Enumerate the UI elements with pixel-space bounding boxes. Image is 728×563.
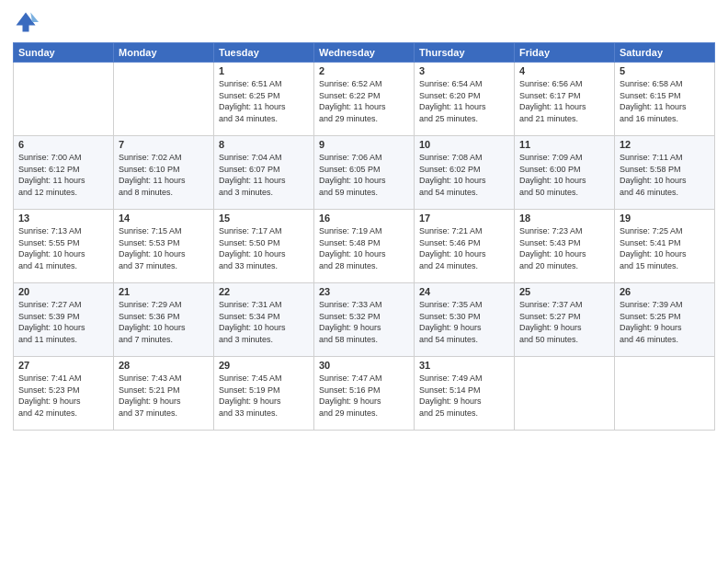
- cell-info: Sunrise: 6:56 AM Sunset: 6:17 PM Dayligh…: [519, 78, 609, 124]
- day-number: 29: [219, 360, 309, 371]
- cell-info: Sunrise: 7:37 AM Sunset: 5:27 PM Dayligh…: [519, 299, 609, 345]
- day-number: 3: [419, 65, 509, 76]
- week-row-2: 6Sunrise: 7:00 AM Sunset: 6:12 PM Daylig…: [14, 136, 715, 210]
- day-number: 8: [219, 139, 309, 150]
- cell-info: Sunrise: 7:23 AM Sunset: 5:43 PM Dayligh…: [519, 225, 609, 271]
- calendar-cell: 27Sunrise: 7:41 AM Sunset: 5:23 PM Dayli…: [14, 357, 114, 431]
- day-number: 4: [519, 65, 609, 76]
- day-number: 20: [18, 286, 108, 297]
- cell-info: Sunrise: 7:35 AM Sunset: 5:30 PM Dayligh…: [419, 299, 509, 345]
- calendar-cell: 29Sunrise: 7:45 AM Sunset: 5:19 PM Dayli…: [214, 357, 314, 431]
- week-row-5: 27Sunrise: 7:41 AM Sunset: 5:23 PM Dayli…: [14, 357, 715, 431]
- cell-info: Sunrise: 7:19 AM Sunset: 5:48 PM Dayligh…: [319, 225, 409, 271]
- calendar-cell: [615, 357, 715, 431]
- day-number: 10: [419, 139, 509, 150]
- calendar-cell: 2Sunrise: 6:52 AM Sunset: 6:22 PM Daylig…: [314, 63, 415, 136]
- calendar-cell: [515, 357, 615, 431]
- calendar-cell: 3Sunrise: 6:54 AM Sunset: 6:20 PM Daylig…: [415, 63, 515, 136]
- day-number: 21: [119, 286, 209, 297]
- day-number: 2: [319, 65, 409, 76]
- calendar-cell: 5Sunrise: 6:58 AM Sunset: 6:15 PM Daylig…: [615, 63, 715, 136]
- day-number: 13: [18, 213, 108, 224]
- cell-info: Sunrise: 6:54 AM Sunset: 6:20 PM Dayligh…: [419, 78, 509, 124]
- header: [13, 9, 715, 35]
- calendar-cell: 4Sunrise: 6:56 AM Sunset: 6:17 PM Daylig…: [515, 63, 615, 136]
- calendar-cell: 6Sunrise: 7:00 AM Sunset: 6:12 PM Daylig…: [14, 136, 114, 210]
- cell-info: Sunrise: 7:49 AM Sunset: 5:14 PM Dayligh…: [419, 373, 509, 419]
- cell-info: Sunrise: 7:39 AM Sunset: 5:25 PM Dayligh…: [620, 299, 710, 345]
- cell-info: Sunrise: 6:51 AM Sunset: 6:25 PM Dayligh…: [219, 78, 309, 124]
- calendar-cell: 13Sunrise: 7:13 AM Sunset: 5:55 PM Dayli…: [14, 210, 114, 283]
- cell-info: Sunrise: 7:00 AM Sunset: 6:12 PM Dayligh…: [18, 152, 108, 198]
- cell-info: Sunrise: 7:45 AM Sunset: 5:19 PM Dayligh…: [219, 373, 309, 419]
- cell-info: Sunrise: 7:13 AM Sunset: 5:55 PM Dayligh…: [18, 225, 108, 271]
- logo: [13, 9, 42, 35]
- day-number: 28: [119, 360, 209, 371]
- cell-info: Sunrise: 7:02 AM Sunset: 6:10 PM Dayligh…: [119, 152, 209, 198]
- calendar-cell: 26Sunrise: 7:39 AM Sunset: 5:25 PM Dayli…: [615, 283, 715, 357]
- day-number: 17: [419, 213, 509, 224]
- calendar-cell: [114, 63, 214, 136]
- page: SundayMondayTuesdayWednesdayThursdayFrid…: [0, 0, 728, 563]
- cell-info: Sunrise: 7:33 AM Sunset: 5:32 PM Dayligh…: [319, 299, 409, 345]
- day-number: 6: [18, 139, 108, 150]
- calendar-cell: 23Sunrise: 7:33 AM Sunset: 5:32 PM Dayli…: [314, 283, 415, 357]
- day-number: 31: [419, 360, 509, 371]
- cell-info: Sunrise: 7:11 AM Sunset: 5:58 PM Dayligh…: [620, 152, 710, 198]
- day-header-wednesday: Wednesday: [314, 43, 415, 63]
- calendar-cell: 14Sunrise: 7:15 AM Sunset: 5:53 PM Dayli…: [114, 210, 214, 283]
- calendar-cell: 1Sunrise: 6:51 AM Sunset: 6:25 PM Daylig…: [214, 63, 314, 136]
- cell-info: Sunrise: 7:27 AM Sunset: 5:39 PM Dayligh…: [18, 299, 108, 345]
- calendar-cell: 22Sunrise: 7:31 AM Sunset: 5:34 PM Dayli…: [214, 283, 314, 357]
- calendar-cell: 28Sunrise: 7:43 AM Sunset: 5:21 PM Dayli…: [114, 357, 214, 431]
- day-header-sunday: Sunday: [14, 43, 114, 63]
- calendar-cell: 10Sunrise: 7:08 AM Sunset: 6:02 PM Dayli…: [415, 136, 515, 210]
- calendar-cell: 7Sunrise: 7:02 AM Sunset: 6:10 PM Daylig…: [114, 136, 214, 210]
- cell-info: Sunrise: 7:21 AM Sunset: 5:46 PM Dayligh…: [419, 225, 509, 271]
- cell-info: Sunrise: 7:43 AM Sunset: 5:21 PM Dayligh…: [119, 373, 209, 419]
- day-number: 27: [18, 360, 108, 371]
- calendar: SundayMondayTuesdayWednesdayThursdayFrid…: [13, 42, 715, 431]
- calendar-cell: 17Sunrise: 7:21 AM Sunset: 5:46 PM Dayli…: [415, 210, 515, 283]
- cell-info: Sunrise: 7:09 AM Sunset: 6:00 PM Dayligh…: [519, 152, 609, 198]
- cell-info: Sunrise: 7:08 AM Sunset: 6:02 PM Dayligh…: [419, 152, 509, 198]
- week-row-1: 1Sunrise: 6:51 AM Sunset: 6:25 PM Daylig…: [14, 63, 715, 136]
- calendar-cell: 25Sunrise: 7:37 AM Sunset: 5:27 PM Dayli…: [515, 283, 615, 357]
- calendar-cell: 11Sunrise: 7:09 AM Sunset: 6:00 PM Dayli…: [515, 136, 615, 210]
- day-number: 30: [319, 360, 409, 371]
- calendar-header-row: SundayMondayTuesdayWednesdayThursdayFrid…: [14, 43, 715, 63]
- cell-info: Sunrise: 7:29 AM Sunset: 5:36 PM Dayligh…: [119, 299, 209, 345]
- day-number: 11: [519, 139, 609, 150]
- cell-info: Sunrise: 7:17 AM Sunset: 5:50 PM Dayligh…: [219, 225, 309, 271]
- day-number: 25: [519, 286, 609, 297]
- calendar-cell: [14, 63, 114, 136]
- cell-info: Sunrise: 7:41 AM Sunset: 5:23 PM Dayligh…: [18, 373, 108, 419]
- day-number: 14: [119, 213, 209, 224]
- cell-info: Sunrise: 7:25 AM Sunset: 5:41 PM Dayligh…: [620, 225, 710, 271]
- day-header-friday: Friday: [515, 43, 615, 63]
- calendar-cell: 12Sunrise: 7:11 AM Sunset: 5:58 PM Dayli…: [615, 136, 715, 210]
- cell-info: Sunrise: 7:31 AM Sunset: 5:34 PM Dayligh…: [219, 299, 309, 345]
- day-number: 22: [219, 286, 309, 297]
- calendar-cell: 20Sunrise: 7:27 AM Sunset: 5:39 PM Dayli…: [14, 283, 114, 357]
- calendar-cell: 21Sunrise: 7:29 AM Sunset: 5:36 PM Dayli…: [114, 283, 214, 357]
- calendar-cell: 15Sunrise: 7:17 AM Sunset: 5:50 PM Dayli…: [214, 210, 314, 283]
- calendar-cell: 30Sunrise: 7:47 AM Sunset: 5:16 PM Dayli…: [314, 357, 415, 431]
- cell-info: Sunrise: 7:04 AM Sunset: 6:07 PM Dayligh…: [219, 152, 309, 198]
- calendar-cell: 8Sunrise: 7:04 AM Sunset: 6:07 PM Daylig…: [214, 136, 314, 210]
- day-number: 5: [620, 65, 710, 76]
- day-number: 23: [319, 286, 409, 297]
- calendar-cell: 24Sunrise: 7:35 AM Sunset: 5:30 PM Dayli…: [415, 283, 515, 357]
- cell-info: Sunrise: 6:58 AM Sunset: 6:15 PM Dayligh…: [620, 78, 710, 124]
- week-row-4: 20Sunrise: 7:27 AM Sunset: 5:39 PM Dayli…: [14, 283, 715, 357]
- cell-info: Sunrise: 7:06 AM Sunset: 6:05 PM Dayligh…: [319, 152, 409, 198]
- day-number: 12: [620, 139, 710, 150]
- day-number: 19: [620, 213, 710, 224]
- calendar-cell: 31Sunrise: 7:49 AM Sunset: 5:14 PM Dayli…: [415, 357, 515, 431]
- day-number: 15: [219, 213, 309, 224]
- day-number: 1: [219, 65, 309, 76]
- calendar-cell: 16Sunrise: 7:19 AM Sunset: 5:48 PM Dayli…: [314, 210, 415, 283]
- day-number: 16: [319, 213, 409, 224]
- logo-icon: [13, 9, 39, 35]
- calendar-cell: 18Sunrise: 7:23 AM Sunset: 5:43 PM Dayli…: [515, 210, 615, 283]
